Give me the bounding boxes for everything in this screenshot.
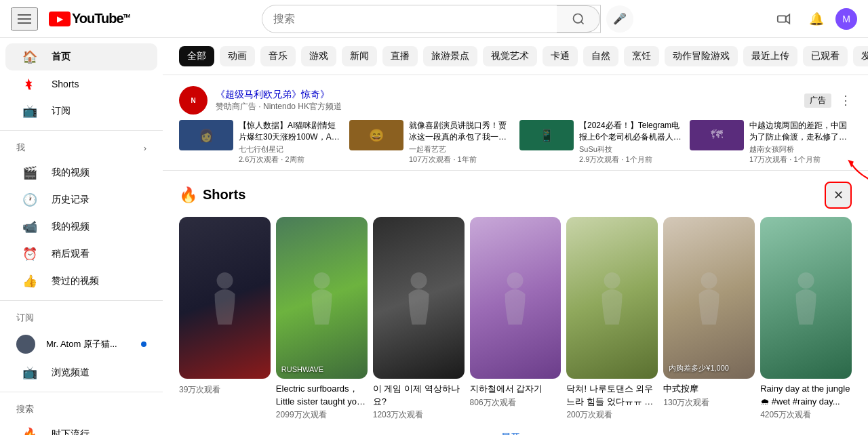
- filter-chip-3[interactable]: 游戏: [301, 46, 336, 66]
- mic-button[interactable]: 🎤: [606, 5, 633, 33]
- chevron-icon[interactable]: ›: [144, 143, 146, 153]
- ad-video-1[interactable]: 😄就像喜剧演员讲脱口秀！贾冰这一段真的承包了我一年的笑点！...一起看艺艺107…: [349, 120, 511, 165]
- home-icon: 🏠: [22, 49, 38, 65]
- ad-video-info-1: 就像喜剧演员讲脱口秀！贾冰这一段真的承包了我一年的笑点！...一起看艺艺107万…: [409, 120, 511, 165]
- header-center: 🎤: [174, 5, 722, 33]
- filter-chip-10[interactable]: 烹饪: [624, 46, 659, 66]
- shorts-icon: [22, 76, 38, 92]
- ad-video-thumb-3: 🗺: [690, 120, 744, 150]
- filter-chip-5[interactable]: 直播: [382, 46, 418, 66]
- shorts-close-button[interactable]: ✕: [825, 182, 852, 209]
- my-content-icon: 📹: [22, 219, 38, 235]
- ad-video-2[interactable]: 📱【2024必看！】Telegram电报上6个老司机必备机器人，各种各样...S…: [519, 120, 682, 165]
- ad-video-channel-1: 一起看艺艺: [409, 144, 511, 154]
- ad-video-thumb-2: 📱: [519, 120, 574, 150]
- short-overlay-5: 内购差多少¥1,000: [669, 363, 749, 373]
- sidebar-item-home[interactable]: 🏠 首页: [5, 43, 157, 70]
- shorts-title: 🔥 Shorts: [179, 186, 245, 204]
- sidebar-section-me: 我 ›: [0, 136, 163, 159]
- short-card-4[interactable]: 닥쳐! 나루토댄스 외우느라 힘들 었다ㅠㅠ #하이디라...200万次观看: [566, 217, 658, 421]
- filter-chip-1[interactable]: 动画: [220, 46, 255, 66]
- ad-more-button[interactable]: ⋮: [840, 93, 852, 108]
- short-thumb-1: RUSHWAVE: [276, 217, 368, 379]
- search-bar: [262, 5, 601, 33]
- main-content: 全部动画音乐游戏新闻直播旅游景点视觉艺术卡通自然烹饪动作冒险游戏最近上传已观看发…: [163, 38, 868, 435]
- ad-video-views-3: 17万次观看 · 1个月前: [749, 154, 852, 165]
- sidebar-item-trending[interactable]: 🔥 时下流行: [5, 421, 157, 435]
- short-card-2[interactable]: 이 게임 이제 역상하나요?1203万次观看: [373, 217, 465, 421]
- short-card-6[interactable]: Rainy day at the jungle 🌧 #wet #rainy da…: [760, 217, 852, 421]
- sidebar-item-liked-label: 赞过的视频: [52, 275, 99, 287]
- short-title-6: Rainy day at the jungle 🌧 #wet #rainy da…: [760, 383, 852, 407]
- expand-button[interactable]: 展开 ▾: [179, 421, 852, 435]
- divider-3: [0, 392, 163, 392]
- sidebar-item-watch-later[interactable]: ⏰ 稍后观看: [5, 241, 157, 268]
- svg-point-10: [701, 272, 717, 289]
- short-views-3: 806万次观看: [470, 397, 561, 409]
- short-card-1[interactable]: RUSHWAVEElectric surfboards，Little siste…: [276, 217, 368, 421]
- search-input[interactable]: [262, 7, 557, 30]
- short-card-3[interactable]: 지하철에서 갑자기806万次观看: [470, 217, 561, 421]
- shorts-close-area: ✕: [825, 182, 852, 209]
- sidebar-item-subscribe[interactable]: 📺 订阅: [5, 98, 157, 125]
- ad-item[interactable]: N 《超级马利欧兄弟》惊奇》 赞助商广告 · Nintendo HK官方频道 广…: [179, 81, 852, 120]
- filter-chip-4[interactable]: 新闻: [342, 46, 377, 66]
- sidebar-item-browse[interactable]: 📺 浏览频道: [5, 359, 157, 386]
- search-button[interactable]: [557, 5, 600, 33]
- history-icon: 🕐: [22, 192, 38, 208]
- ad-video-0[interactable]: 👩【惊人数据】AI猫咪剧情短片爆红30天涨粉100W，AI赚钱秘...七七行创星…: [179, 120, 341, 165]
- notifications-button[interactable]: 🔔: [803, 5, 830, 33]
- shorts-title-text: Shorts: [203, 187, 245, 203]
- short-card-0[interactable]: 39万次观看: [179, 217, 271, 421]
- trending-icon: 🔥: [22, 426, 38, 435]
- ad-video-3[interactable]: 🗺中越边境两国的差距，中国为了防止偷渡，走私修了很坚固的国...越南女孩阿桥17…: [690, 120, 852, 165]
- short-thumb-5: 内购差多少¥1,000: [663, 217, 755, 379]
- sidebar-item-liked[interactable]: 👍 赞过的视频: [5, 268, 157, 295]
- ad-video-thumb-1: 😄: [349, 120, 403, 150]
- sidebar-item-home-label: 首页: [52, 51, 71, 63]
- filter-chip-9[interactable]: 自然: [583, 46, 618, 66]
- filter-chip-2[interactable]: 音乐: [260, 46, 296, 66]
- filter-chip-7[interactable]: 视觉艺术: [483, 46, 537, 66]
- filter-chip-12[interactable]: 最近上传: [743, 46, 797, 66]
- filter-chip-0[interactable]: 全部: [179, 46, 214, 66]
- logo[interactable]: YouTubeTM: [49, 11, 130, 26]
- sidebar-item-my-content[interactable]: 📹 我的视频: [5, 213, 157, 241]
- short-silhouette-4: [585, 241, 639, 355]
- filter-chip-8[interactable]: 卡通: [542, 46, 578, 66]
- sidebar-subscription-1[interactable]: Mr. Atom 原子猫...: [0, 329, 163, 359]
- short-views-4: 200万次观看: [566, 409, 658, 421]
- ad-videos-grid: 👩【惊人数据】AI猫咪剧情短片爆红30天涨粉100W，AI赚钱秘...七七行创星…: [179, 120, 852, 165]
- short-title-2: 이 게임 이제 역상하나요?: [373, 383, 465, 407]
- sub-dot-1: [141, 341, 146, 347]
- ad-video-channel-0: 七七行创星记: [239, 144, 341, 154]
- short-title-5: 中式按摩: [663, 383, 755, 395]
- short-thumb-0: [179, 217, 271, 379]
- svg-point-8: [507, 272, 524, 289]
- upload-button[interactable]: [770, 5, 797, 33]
- sidebar-item-shorts-label: Shorts: [52, 79, 79, 89]
- filter-chip-14[interactable]: 发现新视频: [853, 46, 868, 66]
- sidebar-item-history[interactable]: 🕐 历史记录: [5, 186, 157, 213]
- short-overlay-1: RUSHWAVE: [281, 365, 362, 373]
- short-title-1: Electric surfboards，Little sister taught…: [276, 383, 368, 407]
- sidebar-item-my-videos-label: 我的视频: [52, 167, 90, 179]
- avatar[interactable]: M: [835, 8, 857, 30]
- short-silhouette-2: [391, 241, 446, 355]
- sidebar-item-my-videos[interactable]: 🎬 我的视频: [5, 159, 157, 186]
- short-silhouette-6: [778, 241, 833, 355]
- menu-button[interactable]: [11, 7, 38, 30]
- sidebar-item-shorts[interactable]: Shorts: [5, 70, 157, 98]
- filter-chip-6[interactable]: 旅游景点: [423, 46, 477, 66]
- ad-video-info-0: 【惊人数据】AI猫咪剧情短片爆红30天涨粉100W，AI赚钱秘...七七行创星记…: [239, 120, 341, 165]
- sub-avatar-1: [16, 335, 35, 354]
- liked-icon: 👍: [22, 273, 38, 289]
- filter-bar: 全部动画音乐游戏新闻直播旅游景点视觉艺术卡通自然烹饪动作冒险游戏最近上传已观看发…: [163, 38, 868, 75]
- ad-video-title-2: 【2024必看！】Telegram电报上6个老司机必备机器人，各种各样...: [579, 120, 682, 143]
- ad-video-views-1: 107万次观看 · 1年前: [409, 154, 511, 165]
- filter-chip-13[interactable]: 已观看: [803, 46, 848, 66]
- short-title-4: 닥쳐! 나루토댄스 외우느라 힘들 었다ㅠㅠ #하이디라...: [566, 383, 658, 407]
- filter-chip-11[interactable]: 动作冒险游戏: [665, 46, 738, 66]
- short-card-5[interactable]: 内购差多少¥1,000中式按摩130万次观看: [663, 217, 755, 421]
- sidebar-item-trending-label: 时下流行: [52, 428, 90, 435]
